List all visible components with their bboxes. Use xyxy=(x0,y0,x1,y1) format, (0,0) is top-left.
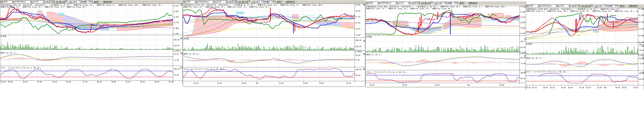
svg-text:225mini: 225mini xyxy=(385,2,391,4)
svg-text:MACD( 12, 26, 9 ): MACD( 12, 26, 9 ) xyxy=(366,54,382,56)
svg-text:16:30: 16:30 xyxy=(633,87,638,89)
svg-text:9,560: 9,560 xyxy=(639,35,644,37)
svg-text:1: 1 xyxy=(235,1,236,3)
svg-text:( 9, 26, 52 ): ( 9, 26, 52 ) xyxy=(242,4,254,6)
svg-text:9,560: 9,560 xyxy=(520,27,525,29)
svg-text:02/25: 02/25 xyxy=(370,84,374,86)
svg-text:12/03: 12/03 xyxy=(216,1,221,3)
svg-text:( Close, 40 ): ( Close, 40 ) xyxy=(257,6,269,8)
svg-text:500: 500 xyxy=(614,5,617,7)
svg-text:21:20: 21:20 xyxy=(126,81,130,83)
svg-text:100: 100 xyxy=(522,52,526,54)
svg-text:( Close, 75 ): ( Close, 75 ) xyxy=(235,6,247,8)
svg-text:( 9, 26, 52 ): ( 9, 26, 52 ) xyxy=(425,6,437,8)
svg-text:100.00: 100.00 xyxy=(174,68,180,70)
svg-text:02/25: 02/25 xyxy=(550,87,555,89)
svg-text:650.00: 650.00 xyxy=(356,39,361,42)
svg-text:40.00: 40.00 xyxy=(174,74,178,76)
svg-text:9,690: 9,690 xyxy=(174,27,178,30)
svg-text:15: 15 xyxy=(261,1,263,3)
svg-text:( 14, 3, 80, 20 ): ( 14, 3, 80, 20 ) xyxy=(25,67,41,69)
svg-text:( Close, 5 ): ( Close, 5 ) xyxy=(104,4,116,6)
svg-text:( Close, 150 ): ( Close, 150 ) xyxy=(126,4,139,6)
svg-text:( Close, 150 ): ( Close, 150 ) xyxy=(310,4,323,6)
svg-text:9,715: 9,715 xyxy=(639,21,644,23)
svg-text:Mar: Mar xyxy=(256,82,259,84)
svg-text:75.00: 75.00 xyxy=(639,50,644,52)
svg-text:1000: 1000 xyxy=(641,54,644,56)
svg-text:( Close, 75 ): ( Close, 75 ) xyxy=(578,10,590,12)
svg-text:( Close, 25 ): ( Close, 25 ) xyxy=(191,6,203,8)
svg-text:( Close, 75 ): ( Close, 75 ) xyxy=(150,4,162,6)
svg-text:9,825: 9,825 xyxy=(174,11,178,13)
svg-text:20:00: 20:00 xyxy=(111,81,116,83)
svg-text:( Close, 20 ): ( Close, 20 ) xyxy=(30,6,42,8)
svg-text:16:30: 16:30 xyxy=(561,87,566,89)
svg-text:20:00: 20:00 xyxy=(242,82,246,84)
svg-text:MACD( 12, 26, 9 ): MACD( 12, 26, 9 ) xyxy=(0,52,16,54)
svg-text:9,485: 9,485 xyxy=(520,33,525,35)
svg-text:02/29: 02/29 xyxy=(194,82,198,84)
svg-text:02/28: 02/28 xyxy=(568,87,573,89)
svg-text:( 9, 26, 52 ): ( 9, 26, 52 ) xyxy=(585,8,597,10)
svg-text:12:00: 12:00 xyxy=(279,82,284,84)
svg-text:16:30: 16:30 xyxy=(526,87,530,89)
svg-text:, 2012/02/23 - 2012/03/02 ): , 2012/02/23 - 2012/03/02 ) xyxy=(388,6,412,8)
svg-text:( Close, 75 ): ( Close, 75 ) xyxy=(52,6,64,8)
svg-text:( 14, 3, 80, 20 ): ( 14, 3, 80, 20 ) xyxy=(208,68,224,70)
svg-text:MACD( 12, 26, 9 ): MACD( 12, 26, 9 ) xyxy=(184,53,199,55)
svg-text:250.00: 250.00 xyxy=(356,46,361,48)
svg-text:225mini: 225mini xyxy=(20,1,26,3)
svg-text:9,645: 9,645 xyxy=(174,33,178,35)
svg-text:100: 100 xyxy=(176,50,179,51)
svg-text:30: 30 xyxy=(444,2,446,4)
svg-text:9,675: 9,675 xyxy=(356,28,360,30)
svg-text:( Close, 25 ): ( Close, 25 ) xyxy=(396,8,408,10)
svg-text:( Close, 75 ): ( Close, 75 ) xyxy=(374,8,386,10)
svg-text:-5.00: -5.00 xyxy=(520,62,525,65)
svg-text:1: 1 xyxy=(578,5,579,7)
svg-text:( Close, 40 ): ( Close, 40 ) xyxy=(440,8,452,10)
svg-text:12/03: 12/03 xyxy=(34,1,38,3)
svg-text:MACD( 12, 26, 9 ): MACD( 12, 26, 9 ) xyxy=(526,57,542,59)
svg-text:9,870: 9,870 xyxy=(174,5,178,7)
svg-text:500: 500 xyxy=(454,2,457,4)
svg-text:( Close, 10 ): ( Close, 10 ) xyxy=(82,4,94,6)
svg-text:9,640: 9,640 xyxy=(520,22,525,24)
svg-text:18:40: 18:40 xyxy=(97,81,102,83)
svg-text:500: 500 xyxy=(89,1,92,3)
svg-text:12:00: 12:00 xyxy=(37,81,42,83)
svg-text:16:30: 16:30 xyxy=(597,87,602,89)
svg-text:14:40: 14:40 xyxy=(66,81,71,83)
svg-text:03/02: 03/02 xyxy=(155,81,159,83)
svg-text:02/24: 02/24 xyxy=(532,87,537,89)
svg-text:02:40: 02:40 xyxy=(1,81,6,83)
svg-text:9,735: 9,735 xyxy=(174,22,178,24)
svg-text:65.00: 65.00 xyxy=(520,57,525,59)
svg-text:( Close, 20 ): ( Close, 20 ) xyxy=(622,10,634,12)
svg-text:( Close, 20 ): ( Close, 20 ) xyxy=(213,6,225,8)
svg-text:45.00: 45.00 xyxy=(356,55,360,57)
svg-text:, 2012/02/23 - 2012/03/02 ): , 2012/02/23 - 2012/03/02 ) xyxy=(205,4,230,6)
svg-text:( Close, 150 ): ( Close, 150 ) xyxy=(555,10,568,12)
svg-text:03/02: 03/02 xyxy=(319,82,324,84)
svg-text:( Close, 5 ): ( Close, 5 ) xyxy=(534,10,545,12)
svg-text:9,725: 9,725 xyxy=(356,22,360,24)
svg-text:22:40: 22:40 xyxy=(140,81,145,83)
svg-text:225mini: 225mini xyxy=(545,5,552,7)
svg-text:9,825: 9,825 xyxy=(356,10,360,12)
svg-text:20.50: 20.50 xyxy=(174,53,178,55)
svg-text:40.00: 40.00 xyxy=(639,78,644,80)
svg-text:Mar: Mar xyxy=(467,84,470,86)
svg-text:T: T xyxy=(435,2,436,4)
svg-text:1: 1 xyxy=(418,2,418,4)
svg-text:305.00: 305.00 xyxy=(174,39,180,41)
svg-text:( Close, 25 ): ( Close, 25 ) xyxy=(600,10,612,12)
svg-text:02/28: 02/28 xyxy=(402,84,407,86)
svg-text:40.00: 40.00 xyxy=(520,78,525,80)
svg-text:0.00: 0.00 xyxy=(356,59,360,61)
svg-text:( Close, 5 ): ( Close, 5 ) xyxy=(471,6,482,8)
svg-text:, 2012/02/23 - 2012/03/02 ): , 2012/02/23 - 2012/03/02 ) xyxy=(548,8,573,10)
svg-text:100: 100 xyxy=(358,50,361,52)
svg-text:( Close, 5 ): ( Close, 5 ) xyxy=(288,4,299,6)
